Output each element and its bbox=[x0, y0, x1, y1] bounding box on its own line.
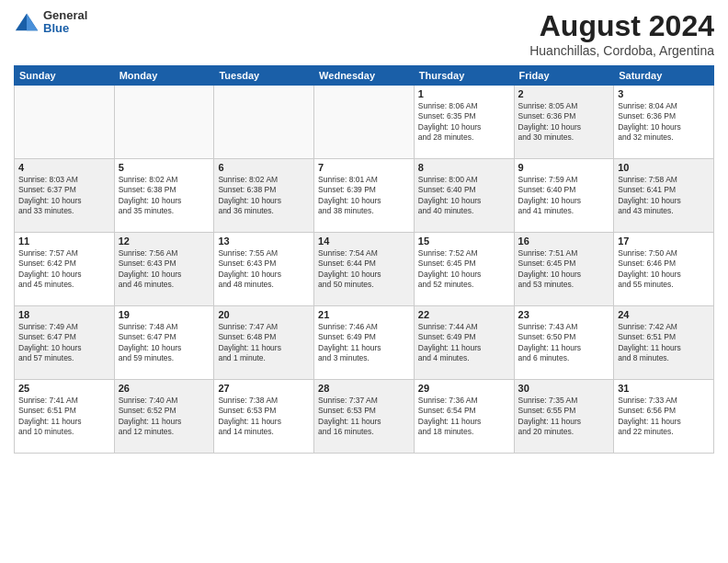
table-row: 7Sunrise: 8:01 AM Sunset: 6:39 PM Daylig… bbox=[314, 159, 415, 233]
table-row: 21Sunrise: 7:46 AM Sunset: 6:49 PM Dayli… bbox=[314, 306, 415, 380]
day-info: Sunrise: 8:05 AM Sunset: 6:36 PM Dayligh… bbox=[518, 101, 610, 144]
table-row bbox=[314, 86, 415, 159]
day-info: Sunrise: 7:50 AM Sunset: 6:46 PM Dayligh… bbox=[618, 248, 710, 291]
day-info: Sunrise: 7:46 AM Sunset: 6:49 PM Dayligh… bbox=[318, 322, 410, 364]
day-number: 24 bbox=[618, 309, 710, 320]
day-number: 20 bbox=[218, 309, 310, 320]
table-row bbox=[214, 86, 314, 159]
day-info: Sunrise: 7:58 AM Sunset: 6:41 PM Dayligh… bbox=[618, 175, 710, 217]
day-info: Sunrise: 7:47 AM Sunset: 6:48 PM Dayligh… bbox=[218, 322, 310, 364]
day-info: Sunrise: 8:06 AM Sunset: 6:35 PM Dayligh… bbox=[418, 101, 510, 144]
day-number: 8 bbox=[418, 162, 510, 173]
day-number: 5 bbox=[119, 162, 210, 173]
day-info: Sunrise: 7:42 AM Sunset: 6:51 PM Dayligh… bbox=[618, 322, 710, 364]
day-number: 29 bbox=[418, 383, 510, 394]
header-monday: Monday bbox=[114, 66, 214, 86]
table-row: 25Sunrise: 7:41 AM Sunset: 6:51 PM Dayli… bbox=[15, 380, 115, 454]
day-number: 17 bbox=[618, 236, 710, 247]
table-row: 10Sunrise: 7:58 AM Sunset: 6:41 PM Dayli… bbox=[614, 159, 714, 233]
calendar-week-row: 11Sunrise: 7:57 AM Sunset: 6:42 PM Dayli… bbox=[15, 233, 714, 306]
table-row: 19Sunrise: 7:48 AM Sunset: 6:47 PM Dayli… bbox=[114, 306, 214, 380]
day-number: 1 bbox=[418, 88, 510, 99]
day-info: Sunrise: 8:03 AM Sunset: 6:37 PM Dayligh… bbox=[18, 175, 110, 217]
day-number: 4 bbox=[18, 162, 110, 173]
day-info: Sunrise: 7:48 AM Sunset: 6:47 PM Dayligh… bbox=[119, 322, 210, 364]
table-row: 1Sunrise: 8:06 AM Sunset: 6:35 PM Daylig… bbox=[414, 86, 514, 159]
day-number: 2 bbox=[518, 88, 610, 99]
calendar-title: August 2024 bbox=[529, 9, 714, 43]
logo-icon bbox=[14, 9, 40, 35]
header: General Blue August 2024 Huanchillas, Co… bbox=[14, 9, 714, 58]
day-number: 7 bbox=[318, 162, 410, 173]
day-info: Sunrise: 7:35 AM Sunset: 6:55 PM Dayligh… bbox=[518, 396, 610, 438]
table-row: 18Sunrise: 7:49 AM Sunset: 6:47 PM Dayli… bbox=[15, 306, 115, 380]
table-row: 11Sunrise: 7:57 AM Sunset: 6:42 PM Dayli… bbox=[15, 233, 115, 306]
day-info: Sunrise: 7:55 AM Sunset: 6:43 PM Dayligh… bbox=[218, 248, 310, 291]
day-number: 21 bbox=[318, 309, 410, 320]
logo-blue-label: Blue bbox=[43, 22, 87, 35]
day-number: 30 bbox=[518, 383, 610, 394]
header-friday: Friday bbox=[514, 66, 614, 86]
day-number: 14 bbox=[318, 236, 410, 247]
table-row: 12Sunrise: 7:56 AM Sunset: 6:43 PM Dayli… bbox=[114, 233, 214, 306]
title-section: August 2024 Huanchillas, Cordoba, Argent… bbox=[529, 9, 714, 58]
table-row: 22Sunrise: 7:44 AM Sunset: 6:49 PM Dayli… bbox=[414, 306, 514, 380]
day-info: Sunrise: 8:00 AM Sunset: 6:40 PM Dayligh… bbox=[418, 175, 510, 217]
table-row: 9Sunrise: 7:59 AM Sunset: 6:40 PM Daylig… bbox=[514, 159, 614, 233]
day-number: 22 bbox=[418, 309, 510, 320]
day-number: 13 bbox=[218, 236, 310, 247]
day-number: 9 bbox=[518, 162, 610, 173]
table-row: 26Sunrise: 7:40 AM Sunset: 6:52 PM Dayli… bbox=[114, 380, 214, 454]
header-sunday: Sunday bbox=[15, 66, 115, 86]
day-number: 27 bbox=[218, 383, 310, 394]
day-info: Sunrise: 7:36 AM Sunset: 6:54 PM Dayligh… bbox=[418, 396, 510, 438]
table-row: 13Sunrise: 7:55 AM Sunset: 6:43 PM Dayli… bbox=[214, 233, 314, 306]
logo: General Blue bbox=[14, 9, 87, 36]
logo-text: General Blue bbox=[43, 9, 87, 36]
table-row: 6Sunrise: 8:02 AM Sunset: 6:38 PM Daylig… bbox=[214, 159, 314, 233]
table-row: 27Sunrise: 7:38 AM Sunset: 6:53 PM Dayli… bbox=[214, 380, 314, 454]
table-row: 20Sunrise: 7:47 AM Sunset: 6:48 PM Dayli… bbox=[214, 306, 314, 380]
day-number: 26 bbox=[119, 383, 210, 394]
table-row bbox=[15, 86, 115, 159]
day-info: Sunrise: 7:56 AM Sunset: 6:43 PM Dayligh… bbox=[119, 248, 210, 291]
logo-general-label: General bbox=[43, 9, 87, 22]
day-info: Sunrise: 8:04 AM Sunset: 6:36 PM Dayligh… bbox=[618, 101, 710, 144]
calendar-subtitle: Huanchillas, Cordoba, Argentina bbox=[529, 43, 714, 58]
day-number: 18 bbox=[18, 309, 110, 320]
header-wednesday: Wednesday bbox=[314, 66, 415, 86]
table-row: 15Sunrise: 7:52 AM Sunset: 6:45 PM Dayli… bbox=[414, 233, 514, 306]
day-number: 10 bbox=[618, 162, 710, 173]
day-info: Sunrise: 7:40 AM Sunset: 6:52 PM Dayligh… bbox=[119, 396, 210, 438]
table-row: 8Sunrise: 8:00 AM Sunset: 6:40 PM Daylig… bbox=[414, 159, 514, 233]
day-info: Sunrise: 7:43 AM Sunset: 6:50 PM Dayligh… bbox=[518, 322, 610, 364]
day-info: Sunrise: 7:37 AM Sunset: 6:53 PM Dayligh… bbox=[318, 396, 410, 438]
calendar-week-row: 1Sunrise: 8:06 AM Sunset: 6:35 PM Daylig… bbox=[15, 86, 714, 159]
day-info: Sunrise: 7:54 AM Sunset: 6:44 PM Dayligh… bbox=[318, 248, 410, 291]
day-number: 6 bbox=[218, 162, 310, 173]
day-info: Sunrise: 7:59 AM Sunset: 6:40 PM Dayligh… bbox=[518, 175, 610, 217]
calendar-week-row: 18Sunrise: 7:49 AM Sunset: 6:47 PM Dayli… bbox=[15, 306, 714, 380]
table-row bbox=[114, 86, 214, 159]
day-number: 15 bbox=[418, 236, 510, 247]
header-thursday: Thursday bbox=[414, 66, 514, 86]
day-number: 12 bbox=[119, 236, 210, 247]
day-info: Sunrise: 7:44 AM Sunset: 6:49 PM Dayligh… bbox=[418, 322, 510, 364]
header-saturday: Saturday bbox=[614, 66, 714, 86]
day-info: Sunrise: 7:33 AM Sunset: 6:56 PM Dayligh… bbox=[618, 396, 710, 438]
table-row: 31Sunrise: 7:33 AM Sunset: 6:56 PM Dayli… bbox=[614, 380, 714, 454]
table-row: 28Sunrise: 7:37 AM Sunset: 6:53 PM Dayli… bbox=[314, 380, 415, 454]
calendar-week-row: 25Sunrise: 7:41 AM Sunset: 6:51 PM Dayli… bbox=[15, 380, 714, 454]
day-number: 31 bbox=[618, 383, 710, 394]
day-number: 11 bbox=[18, 236, 110, 247]
table-row: 16Sunrise: 7:51 AM Sunset: 6:45 PM Dayli… bbox=[514, 233, 614, 306]
day-number: 28 bbox=[318, 383, 410, 394]
day-info: Sunrise: 8:02 AM Sunset: 6:38 PM Dayligh… bbox=[218, 175, 310, 217]
day-number: 25 bbox=[18, 383, 110, 394]
table-row: 2Sunrise: 8:05 AM Sunset: 6:36 PM Daylig… bbox=[514, 86, 614, 159]
table-row: 4Sunrise: 8:03 AM Sunset: 6:37 PM Daylig… bbox=[15, 159, 115, 233]
day-info: Sunrise: 7:49 AM Sunset: 6:47 PM Dayligh… bbox=[18, 322, 110, 364]
calendar-week-row: 4Sunrise: 8:03 AM Sunset: 6:37 PM Daylig… bbox=[15, 159, 714, 233]
table-row: 5Sunrise: 8:02 AM Sunset: 6:38 PM Daylig… bbox=[114, 159, 214, 233]
day-info: Sunrise: 7:57 AM Sunset: 6:42 PM Dayligh… bbox=[18, 248, 110, 291]
